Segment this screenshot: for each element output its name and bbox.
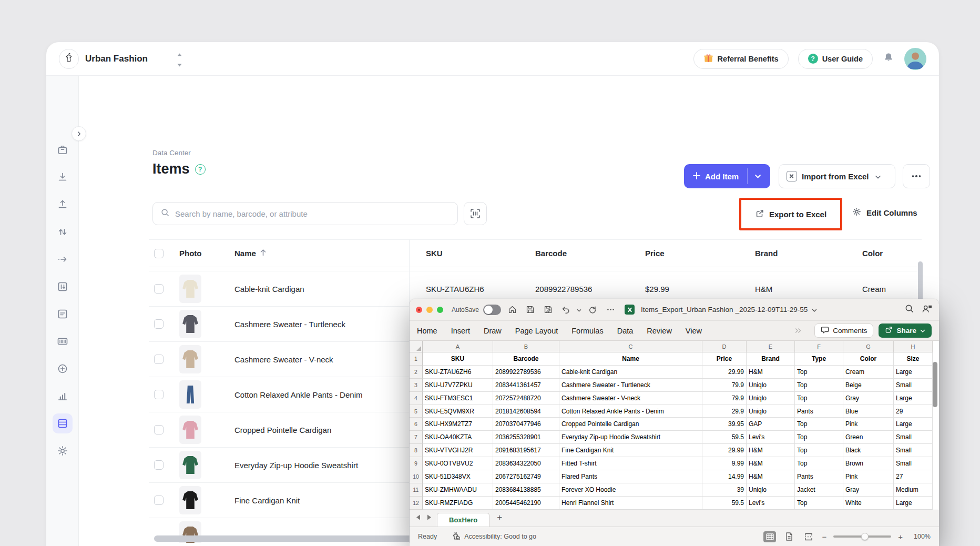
cell-D4[interactable]: 79.9 <box>702 392 747 405</box>
user-guide-button[interactable]: ? User Guide <box>798 49 873 69</box>
select-all-corner[interactable] <box>410 341 423 352</box>
cell-D12[interactable]: 59.5 <box>702 497 747 510</box>
cell-D1[interactable]: Price <box>702 352 747 366</box>
cell-H11[interactable]: Medium <box>894 483 933 497</box>
cell-A11[interactable]: SKU-ZMHWAADU <box>423 483 493 497</box>
cell-G3[interactable]: Beige <box>843 379 894 392</box>
grid-vertical-scrollbar[interactable] <box>933 362 937 407</box>
cell-C8[interactable]: Fine Cardigan Knit <box>559 444 702 457</box>
ribbon-overflow-icon[interactable] <box>794 326 802 336</box>
cell-C5[interactable]: Cotton Relaxed Ankle Pants - Denim <box>559 405 702 418</box>
zoom-slider-knob[interactable] <box>861 533 869 540</box>
undo-dropdown-icon[interactable] <box>577 305 581 315</box>
cell-C10[interactable]: Flared Pants <box>559 470 702 483</box>
col-header-color[interactable]: Color <box>862 249 922 258</box>
zoom-slider[interactable] <box>833 535 891 538</box>
import-from-excel-button[interactable]: Import from Excel <box>779 164 895 188</box>
cell-C7[interactable]: Everyday Zip-up Hoodie Sweatshirt <box>559 431 702 444</box>
cell-E5[interactable]: Uniqlo <box>747 405 795 418</box>
cell-G8[interactable]: Black <box>843 444 894 457</box>
cell-F4[interactable]: Top <box>795 392 843 405</box>
cell-E9[interactable]: H&M <box>747 457 795 470</box>
row-checkbox[interactable] <box>154 284 164 294</box>
sidebar-item-settings[interactable] <box>53 441 73 461</box>
row-checkbox[interactable] <box>154 425 164 434</box>
cell-B6[interactable]: 2070370477946 <box>493 418 559 431</box>
referral-benefits-button[interactable]: Referral Benefits <box>693 49 789 69</box>
sidebar-item-stock-in[interactable] <box>53 167 73 187</box>
search-input[interactable] <box>175 209 450 218</box>
cell-H4[interactable]: Large <box>894 392 933 405</box>
cell-G7[interactable]: Green <box>843 431 894 444</box>
row-number[interactable]: 1 <box>410 352 423 366</box>
row-checkbox[interactable] <box>154 355 164 364</box>
comments-button[interactable]: Comments <box>814 323 873 338</box>
sidebar-item-inventory[interactable] <box>53 140 73 160</box>
cell-B2[interactable]: 2089922789536 <box>493 366 559 379</box>
cell-E11[interactable]: Uniqlo <box>747 483 795 497</box>
close-button[interactable] <box>416 307 422 313</box>
cell-E2[interactable]: H&M <box>747 366 795 379</box>
cell-C4[interactable]: Cashmere Sweater - V-neck <box>559 392 702 405</box>
maximize-button[interactable] <box>437 307 443 313</box>
cell-D5[interactable]: 29.9 <box>702 405 747 418</box>
cell-E10[interactable]: H&M <box>747 470 795 483</box>
column-header-F[interactable]: F <box>795 341 843 352</box>
add-sheet-button[interactable]: + <box>492 512 507 527</box>
row-number[interactable]: 9 <box>410 457 423 470</box>
row-number[interactable]: 2 <box>410 366 423 379</box>
cell-F12[interactable]: Top <box>795 497 843 510</box>
ribbon-tab-data[interactable]: Data <box>617 327 634 335</box>
cell-B3[interactable]: 2083441361457 <box>493 379 559 392</box>
normal-view-icon[interactable] <box>763 531 776 542</box>
search-icon[interactable] <box>904 304 914 316</box>
page-layout-view-icon[interactable] <box>783 531 795 542</box>
cell-C1[interactable]: Name <box>559 352 702 366</box>
ribbon-tab-page-layout[interactable]: Page Layout <box>515 327 558 335</box>
cell-C6[interactable]: Cropped Pointelle Cardigan <box>559 418 702 431</box>
cell-E7[interactable]: Levi's <box>747 431 795 444</box>
cell-C2[interactable]: Cable-knit Cardigan <box>559 366 702 379</box>
sidebar-item-add-stock[interactable] <box>53 359 73 379</box>
cell-E6[interactable]: GAP <box>747 418 795 431</box>
ribbon-tab-view[interactable]: View <box>686 327 702 335</box>
cell-A12[interactable]: SKU-RMZFIADG <box>423 497 493 510</box>
cell-E3[interactable]: Uniqlo <box>747 379 795 392</box>
row-number[interactable]: 12 <box>410 497 423 510</box>
cell-A4[interactable]: SKU-FTM3ESC1 <box>423 392 493 405</box>
cell-F11[interactable]: Jacket <box>795 483 843 497</box>
cell-G5[interactable]: Blue <box>843 405 894 418</box>
cell-D7[interactable]: 59.5 <box>702 431 747 444</box>
save-icon[interactable] <box>523 303 537 317</box>
cell-E12[interactable]: Levi's <box>747 497 795 510</box>
cell-A7[interactable]: SKU-OA40KZTA <box>423 431 493 444</box>
cell-B8[interactable]: 2091683195617 <box>493 444 559 457</box>
cell-H2[interactable]: Large <box>894 366 933 379</box>
add-item-button[interactable]: Add Item <box>684 164 770 188</box>
redo-icon[interactable] <box>586 303 599 317</box>
cell-A3[interactable]: SKU-U7V7ZPKU <box>423 379 493 392</box>
workspace-logo[interactable] <box>59 49 79 69</box>
items-help-icon[interactable]: ? <box>195 164 206 175</box>
cell-B5[interactable]: 2018142608594 <box>493 405 559 418</box>
title-dropdown-icon[interactable] <box>812 305 817 315</box>
workspace-switcher[interactable] <box>177 49 182 69</box>
zoom-in-button[interactable]: + <box>898 532 903 541</box>
sidebar-item-purchase-sales[interactable] <box>53 304 73 324</box>
more-toolbar-icon[interactable] <box>604 303 617 317</box>
cell-B10[interactable]: 2067275162749 <box>493 470 559 483</box>
col-header-barcode[interactable]: Barcode <box>535 249 645 258</box>
cell-D8[interactable]: 29.99 <box>702 444 747 457</box>
cell-D6[interactable]: 39.95 <box>702 418 747 431</box>
column-header-G[interactable]: G <box>843 341 894 352</box>
cell-D9[interactable]: 9.99 <box>702 457 747 470</box>
cell-G10[interactable]: Pink <box>843 470 894 483</box>
sidebar-expand-button[interactable] <box>72 126 86 141</box>
export-to-excel-button[interactable]: Export to Excel <box>755 209 826 220</box>
cell-D11[interactable]: 39 <box>702 483 747 497</box>
col-header-brand[interactable]: Brand <box>755 249 862 258</box>
column-header-E[interactable]: E <box>747 341 795 352</box>
column-header-B[interactable]: B <box>493 341 559 352</box>
cell-E1[interactable]: Brand <box>747 352 795 366</box>
col-header-sku[interactable]: SKU <box>426 249 535 258</box>
